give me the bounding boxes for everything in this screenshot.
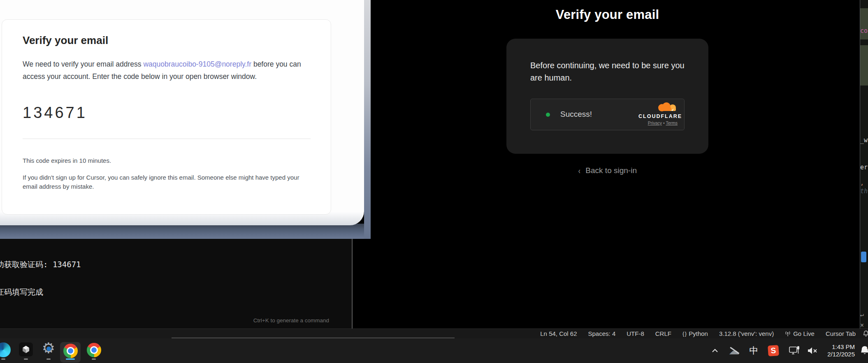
window-edge-bottom [0,224,371,239]
tray-ime-indicator[interactable]: 中 [749,345,758,357]
code-fragment: _w [860,136,868,144]
terminal-ctrlk-hint: Ctrl+K to generate a command [253,317,329,324]
broadcast-icon [785,331,791,337]
code-fragment: , [860,179,868,187]
tray-volume-muted[interactable] [807,346,819,355]
running-indicator [24,358,28,360]
snipaste-s-icon: S [768,345,779,356]
email-heading: Verify your email [23,34,312,47]
email-footer-note: If you didn't sign up for Cursor, you ca… [23,173,309,191]
tray-clock[interactable]: 1:43 PM 2/12/2025 [827,343,855,358]
email-address-link[interactable]: waquobraucoibo-9105@noreply.fr [143,60,251,68]
success-dot-icon [546,113,550,117]
go-live-button[interactable]: Go Live [785,330,815,337]
taskbar: ⚙ ☁ 中 S [0,338,868,363]
cursor-tab-indicator[interactable]: Cursor Tab [826,330,856,337]
ime-chinese-icon: 中 [749,345,758,357]
cube-app-icon [19,342,33,356]
chevron-up-icon [711,348,719,353]
terminal-right-divider [352,239,353,328]
editor-edge-strip: co _w er , th ↵ × [860,0,868,328]
gear-icon: ⚙ [42,341,55,356]
links-separator: • [663,120,665,125]
window-edge-right [364,0,371,239]
editor-blue-badge [861,252,866,262]
human-check-text: Before continuing, we need to be sure yo… [530,59,687,84]
cloudflare-brand-text: CLOUDFLARE [638,113,678,119]
code-fragment: er [860,164,868,171]
human-check-card: Before continuing, we need to be sure yo… [506,39,708,154]
eol-indicator[interactable]: CRLF [655,330,671,337]
return-arrow-glyph: ↵ [860,311,868,318]
clock-date: 2/12/2025 [827,351,855,358]
cloud-slash-icon: ☁ [729,345,739,357]
taskbar-cube-app-button[interactable] [17,341,35,361]
chevron-left-icon: ‹ [578,166,580,176]
turnstile-status: Success! [560,110,592,119]
python-interpreter-indicator[interactable]: 3.12.8 ('venv': venv) [719,330,774,337]
chrome-icon [87,343,101,357]
privacy-link[interactable]: Privacy [648,120,662,125]
running-indicator [92,358,96,360]
email-preview-window: Verify your email We need to verify your… [0,0,371,239]
terminal-panel[interactable]: 功获取验证码: 134671 证码填写完成 在处理 Turnstile 验证..… [0,239,353,328]
notifications-bell-icon[interactable] [862,330,868,338]
taskbar-top-divider [172,338,455,338]
taskbar-chrome-button[interactable] [85,341,103,361]
tray-focus-assist[interactable]: z z [859,345,868,357]
cloudflare-turnstile-widget[interactable]: Success! CLOUDFLARE Privacy • Term [530,99,685,130]
tray-show-hidden-icons[interactable] [711,348,719,353]
email-body-text: We need to verify your email address waq… [23,58,317,83]
running-indicator [1,358,5,360]
editor-selection-highlight [860,8,868,39]
code-expiry-note: This code expires in 10 minutes. [23,157,312,164]
clock-time: 1:43 PM [827,343,855,351]
back-to-sign-in-link[interactable]: ‹Back to sign-in [506,166,708,175]
taskbar-edge-button[interactable] [0,341,12,361]
indent-indicator[interactable]: Spaces: 4 [588,330,616,337]
active-indicator [66,358,75,360]
editor-selection-highlight [860,45,868,86]
terminal-line: 功获取验证码: 134671 [0,260,353,269]
chrome-icon [63,344,78,358]
divider [23,139,311,139]
language-mode-indicator[interactable]: { } Python [682,330,708,337]
edge-icon [0,342,11,357]
cloudflare-logo-icon [655,102,678,113]
tray-display-device[interactable] [789,345,800,356]
terms-link[interactable]: Terms [666,120,678,125]
tray-onedrive-offline[interactable]: ☁ [729,345,739,357]
verification-code: 134671 [23,104,312,122]
code-fragment: th [860,187,868,195]
speaker-mute-icon [807,346,819,355]
bell-z-icon: z z [859,345,868,357]
terminal-line: 证码填写完成 [0,287,353,296]
taskbar-settings-button[interactable]: ⚙ [39,341,58,361]
email-card: Verify your email We need to verify your… [2,19,331,215]
cursor-position-indicator[interactable]: Ln 54, Col 62 [540,330,577,337]
encoding-indicator[interactable]: UTF-8 [627,330,644,337]
code-fragment: co [860,27,868,35]
page-title: Verify your email [506,7,708,22]
running-indicator [46,358,51,360]
taskbar-chrome-button-active[interactable] [60,341,81,361]
tray-snipaste[interactable]: S [768,345,779,356]
braces-icon: { } [682,331,686,337]
monitor-plug-icon [789,345,800,356]
status-bar: Ln 54, Col 62 Spaces: 4 UTF-8 CRLF { } P… [0,328,868,338]
close-glyph: × [860,321,868,328]
